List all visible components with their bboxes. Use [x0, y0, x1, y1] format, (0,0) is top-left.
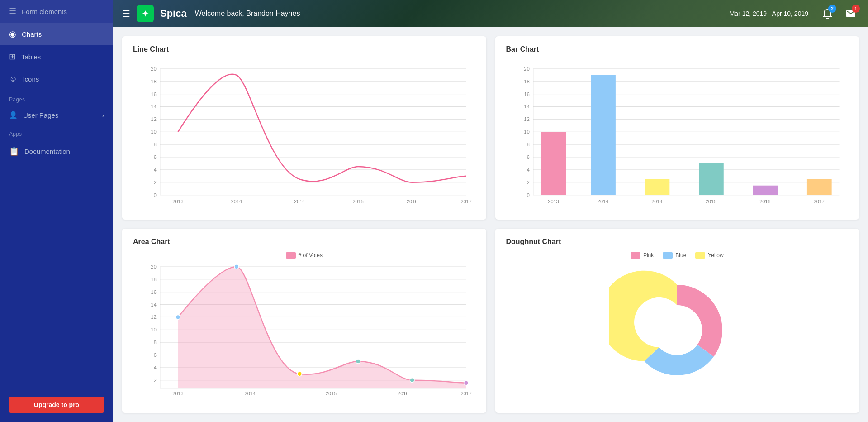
- area-chart-card: Area Chart # of Votes: [122, 229, 486, 413]
- smiley-icon: ☺: [9, 74, 17, 84]
- svg-text:10: 10: [151, 129, 157, 134]
- date-range: Mar 12, 2019 - Apr 10, 2019: [730, 10, 808, 17]
- line-chart-container: 20 18 16 14 12 10 8 6 4 2 0 2013: [133, 60, 475, 206]
- point-2015: [356, 359, 360, 364]
- chart-icon: ◉: [9, 29, 16, 39]
- legend-yellow-box: [695, 252, 705, 259]
- doughnut-chart-title: Doughnut Chart: [506, 238, 849, 246]
- doc-icon: 📋: [9, 146, 19, 156]
- svg-text:2014: 2014: [294, 199, 305, 204]
- legend-yellow-label: Yellow: [708, 252, 723, 259]
- svg-text:14: 14: [151, 302, 157, 307]
- bar-2014b: [645, 179, 669, 195]
- point-2017: [464, 381, 469, 385]
- svg-text:2017: 2017: [460, 391, 471, 396]
- svg-text:16: 16: [524, 91, 529, 97]
- svg-text:2: 2: [154, 180, 157, 185]
- svg-text:16: 16: [151, 91, 157, 97]
- bar-2017: [806, 179, 831, 195]
- svg-text:8: 8: [526, 142, 529, 147]
- svg-text:12: 12: [151, 116, 157, 122]
- doughnut-chart-card: Doughnut Chart Pink Blue Yellow: [495, 229, 859, 413]
- legend-votes-box: [286, 252, 296, 259]
- svg-text:4: 4: [154, 365, 157, 370]
- point-mid: [297, 372, 302, 376]
- svg-text:18: 18: [151, 79, 157, 84]
- line-chart-card: Line Chart: [122, 36, 486, 220]
- doughnut-legend: Pink Blue Yellow: [506, 252, 849, 259]
- menu-icon[interactable]: ☰: [122, 8, 130, 19]
- svg-text:2014: 2014: [231, 199, 242, 204]
- svg-text:6: 6: [526, 154, 529, 160]
- svg-text:2013: 2013: [172, 199, 183, 204]
- point-2013: [176, 315, 180, 319]
- sidebar-item-charts[interactable]: ◉ Charts: [0, 23, 113, 45]
- message-badge: 1: [852, 5, 860, 13]
- point-2014: [234, 264, 239, 269]
- svg-text:2014: 2014: [245, 391, 256, 396]
- svg-text:2016: 2016: [407, 199, 417, 204]
- bar-2014a: [591, 75, 616, 195]
- svg-text:2016: 2016: [759, 199, 770, 204]
- doughnut-svg: [609, 262, 745, 398]
- svg-text:2016: 2016: [398, 391, 408, 396]
- area-chart-title: Area Chart: [133, 238, 475, 246]
- svg-text:20: 20: [151, 264, 157, 269]
- legend-pink-label: Pink: [643, 252, 654, 259]
- svg-text:2015: 2015: [705, 199, 716, 204]
- logo: ✦: [137, 5, 154, 22]
- doughnut-chart-container: [506, 262, 849, 398]
- svg-text:2017: 2017: [813, 199, 824, 204]
- user-icon: 👤: [9, 111, 18, 119]
- svg-text:12: 12: [524, 116, 529, 122]
- svg-text:4: 4: [526, 167, 529, 173]
- svg-text:2013: 2013: [548, 199, 559, 204]
- svg-text:2015: 2015: [353, 199, 364, 204]
- charts-area: Line Chart: [113, 27, 868, 422]
- bar-chart-container: 20 18 16 14 12 10 8 6 4 2 0: [506, 60, 849, 206]
- svg-text:2014: 2014: [597, 199, 608, 204]
- bar-2016: [753, 186, 778, 195]
- donut-hole: [652, 305, 702, 355]
- main-content: ☰ ✦ Spica Welcome back, Brandon Haynes M…: [113, 0, 868, 422]
- upgrade-button[interactable]: Upgrade to pro: [9, 397, 104, 413]
- svg-text:6: 6: [154, 352, 157, 358]
- notification-button[interactable]: 2: [819, 5, 835, 22]
- bar-2015: [699, 163, 724, 195]
- welcome-text: Welcome back, Brandon Haynes: [195, 10, 300, 18]
- area-fill: [178, 267, 466, 388]
- legend-votes-label: # of Votes: [299, 252, 323, 259]
- svg-text:0: 0: [154, 192, 157, 198]
- sidebar-item-documentation[interactable]: 📋 Documentation: [0, 140, 113, 163]
- svg-text:20: 20: [524, 66, 529, 72]
- message-button[interactable]: 1: [843, 5, 859, 22]
- sidebar-item-user-pages[interactable]: 👤 User Pages ›: [0, 106, 113, 125]
- bar-chart-card: Bar Chart: [495, 36, 859, 220]
- bar-2013: [541, 132, 566, 195]
- sidebar-item-form-elements[interactable]: ☰ Form elements: [0, 0, 113, 23]
- svg-text:10: 10: [524, 129, 529, 134]
- notification-badge: 2: [828, 5, 836, 13]
- svg-text:2014: 2014: [651, 199, 662, 204]
- svg-text:2013: 2013: [172, 391, 183, 396]
- logo-icon: ✦: [142, 8, 149, 19]
- sidebar: ☰ Form elements ◉ Charts ⊞ Tables ☺ Icon…: [0, 0, 113, 422]
- sidebar-item-icons[interactable]: ☺ Icons: [0, 68, 113, 90]
- svg-text:4: 4: [154, 167, 157, 173]
- svg-text:6: 6: [154, 154, 157, 160]
- svg-text:14: 14: [524, 104, 529, 109]
- svg-text:2015: 2015: [326, 391, 337, 396]
- area-chart-legend: # of Votes: [133, 252, 475, 259]
- bar-chart-title: Bar Chart: [506, 45, 849, 53]
- sidebar-item-tables[interactable]: ⊞ Tables: [0, 45, 113, 68]
- svg-text:12: 12: [151, 314, 157, 320]
- svg-text:14: 14: [151, 104, 157, 109]
- line-chart-svg: 20 18 16 14 12 10 8 6 4 2 0 2013: [133, 60, 475, 204]
- point-2016: [410, 378, 414, 383]
- area-chart-svg: 20 18 16 14 12 10 8 6 4 2: [133, 262, 475, 398]
- svg-text:0: 0: [526, 192, 529, 198]
- svg-text:2: 2: [526, 180, 529, 185]
- svg-text:2: 2: [154, 378, 157, 383]
- line-chart-title: Line Chart: [133, 45, 475, 53]
- pages-section-label: Pages: [0, 90, 113, 106]
